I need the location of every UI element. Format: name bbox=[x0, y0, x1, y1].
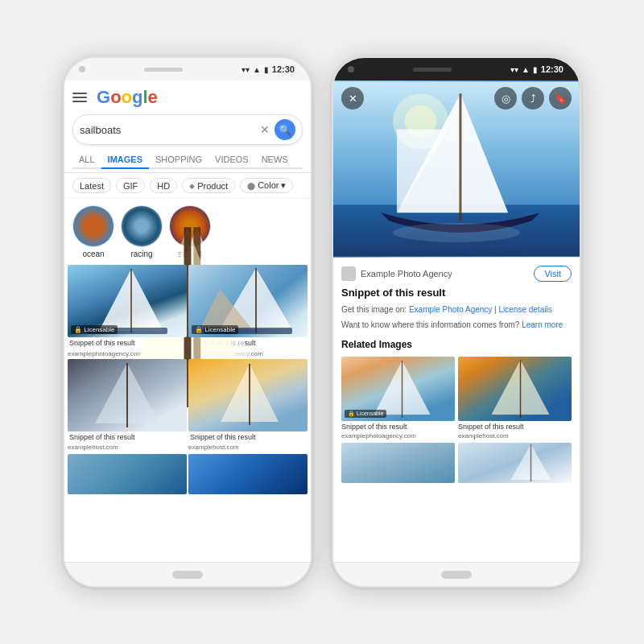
related-title: Related Images bbox=[341, 339, 572, 350]
grid-image-4 bbox=[188, 359, 308, 431]
right-phone-top-bar: ▾▾ ▲ ▮ 12:30 bbox=[333, 58, 580, 80]
related-item-1[interactable]: 🔒 Licensable Snippet of this result exam… bbox=[341, 357, 455, 440]
related-partial2-svg bbox=[458, 443, 572, 483]
grid-image-2: 🔒 Licensable bbox=[188, 265, 308, 337]
result-desc-1: Get this image on: Example Photo Agency … bbox=[341, 303, 572, 316]
source-favicon bbox=[341, 266, 356, 281]
source-name: Example Photo Agency bbox=[361, 269, 452, 279]
related-item-2[interactable]: Snippet of this result examplehost.com bbox=[458, 357, 572, 440]
licensable-badge-2: 🔒 Licensable bbox=[192, 325, 238, 334]
visit-button[interactable]: Visit bbox=[534, 266, 572, 282]
camera-dot-right bbox=[348, 66, 354, 72]
topic-circles: ocean racing bbox=[64, 199, 311, 265]
related-img-2 bbox=[458, 357, 572, 421]
svg-point-24 bbox=[393, 223, 520, 242]
left-phone: ▾▾ ▲ ▮ 12:30 Google sailboats ✕ bbox=[63, 56, 312, 588]
hero-image: ✕ ◎ ⤴ 🔖 bbox=[333, 80, 580, 258]
right-phone-bottom bbox=[333, 562, 580, 586]
related-img-1: 🔒 Licensable bbox=[341, 357, 455, 421]
sunset-thumb bbox=[169, 205, 211, 247]
hero-overlay-controls: ✕ ◎ ⤴ 🔖 bbox=[333, 80, 580, 116]
battery-icon-right: ▮ bbox=[533, 65, 538, 74]
related-host-2: examplehost.com bbox=[458, 432, 572, 440]
share-button[interactable]: ⤴ bbox=[522, 87, 544, 109]
license-link[interactable]: License details bbox=[499, 305, 552, 314]
grid-image-3 bbox=[68, 359, 187, 431]
speaker-slot-right bbox=[413, 68, 452, 72]
signal-icon-right: ▾▾ bbox=[510, 65, 518, 74]
right-phone: ▾▾ ▲ ▮ 12:30 bbox=[332, 56, 581, 588]
related-snippet-1: Snippet of this result bbox=[341, 421, 455, 432]
related-grid: 🔒 Licensable Snippet of this result exam… bbox=[341, 357, 572, 440]
sail4-svg bbox=[188, 359, 308, 431]
left-phone-content: Google sailboats ✕ 🔍 ALL IMAGES SHOPPING… bbox=[64, 80, 311, 562]
related-partial-1 bbox=[341, 443, 455, 483]
wifi-icon-right: ▲ bbox=[522, 65, 530, 74]
related-section: Related Images 🔒 Licensable Snippet of t… bbox=[341, 339, 572, 483]
licensable-badge-1: 🔒 Licensable bbox=[71, 325, 118, 334]
related-host-1: examplephotoagency.com bbox=[341, 432, 455, 440]
status-bar-right: ▾▾ ▲ ▮ 12:30 bbox=[510, 64, 565, 74]
related-snippet-2: Snippet of this result bbox=[458, 421, 572, 432]
related2-svg bbox=[458, 357, 572, 421]
result-title: Snippet of this result bbox=[341, 287, 572, 299]
lens-button[interactable]: ◎ bbox=[494, 87, 517, 109]
home-button-right[interactable] bbox=[441, 571, 472, 579]
related-partial-2 bbox=[458, 443, 572, 483]
bookmark-button[interactable]: 🔖 bbox=[549, 87, 572, 109]
close-button[interactable]: ✕ bbox=[341, 87, 364, 109]
result-desc-2: Want to know where this information come… bbox=[341, 319, 572, 331]
related-partial-row bbox=[341, 443, 572, 483]
circle-sunset[interactable]: sunset bbox=[169, 205, 211, 258]
agency-link[interactable]: Example Photo Agency bbox=[409, 305, 492, 314]
grid-image-1: 🔒 Licensable bbox=[68, 265, 187, 337]
source-row: Example Photo Agency Visit bbox=[341, 266, 572, 282]
source-left: Example Photo Agency bbox=[341, 266, 452, 281]
time-display-right: 12:30 bbox=[541, 64, 564, 74]
related-licensable-1: 🔒 Licensable bbox=[345, 410, 386, 418]
sunset-sail-svg bbox=[169, 205, 211, 247]
detail-content: Example Photo Agency Visit Snippet of th… bbox=[333, 258, 580, 562]
sail3-svg bbox=[68, 359, 187, 431]
hero-action-buttons: ◎ ⤴ 🔖 bbox=[494, 87, 572, 109]
learn-more-link[interactable]: Learn more bbox=[522, 320, 563, 329]
